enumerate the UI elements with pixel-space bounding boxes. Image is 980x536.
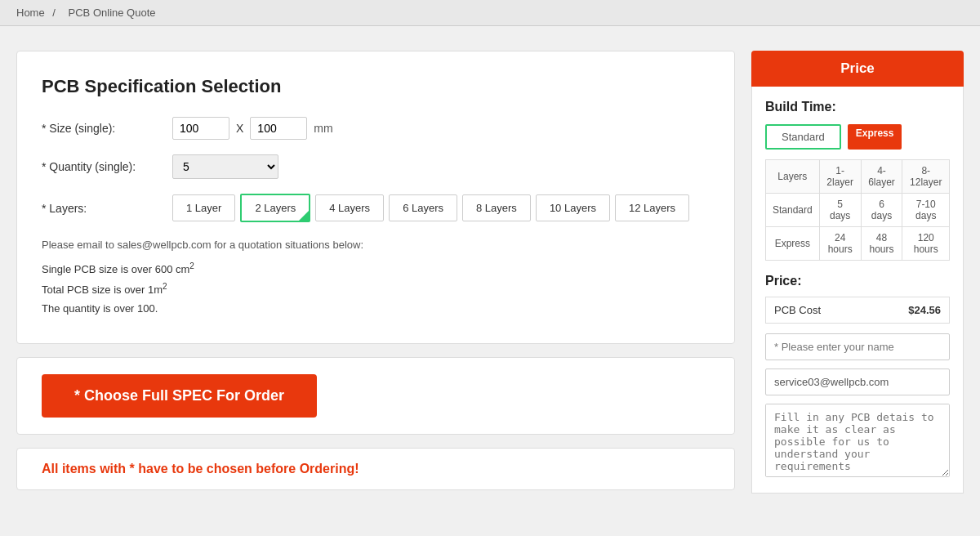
price-header: Price [751,51,964,87]
pcb-cost-row: PCB Cost $24.56 [765,297,950,324]
table-header: 1-2layer [819,160,861,194]
breadcrumb-home[interactable]: Home [16,7,45,19]
pcb-cost-label: PCB Cost [774,304,821,316]
qty-select[interactable]: 5 10 15 20 50 100 [172,154,278,179]
page-content: PCB Specification Selection * Size (sing… [0,26,980,518]
size-x-input[interactable] [172,117,229,140]
table-header: 4-6layer [861,160,902,194]
qty-label: * Quantity (single): [42,160,172,173]
table-header: Layers [766,160,820,194]
layer-btn-2-layers[interactable]: 2 Layers [240,194,310,222]
build-time-tabs: Standard Express [765,124,950,150]
layers-row: * Layers: 1 Layer2 Layers4 Layers6 Layer… [42,194,710,222]
email-input[interactable] [765,368,950,395]
layer-btn-8-layers[interactable]: 8 Layers [462,194,531,221]
pcb-cost-value: $24.56 [908,304,941,316]
spec-box: PCB Specification Selection * Size (sing… [16,51,735,344]
layer-btn-10-layers[interactable]: 10 Layers [536,194,610,221]
table-row: Standard5 days6 days7-10 days [766,194,950,227]
size-inputs: X mm [172,117,333,140]
layer-btn-4-layers[interactable]: 4 Layers [315,194,384,221]
conditions: Single PCB size is over 600 cm2Total PCB… [42,259,710,319]
breadcrumb-separator: / [52,7,56,19]
layers-label: * Layers: [42,202,172,215]
standard-tab[interactable]: Standard [765,124,841,150]
choose-spec-button[interactable]: * Choose Full SPEC For Order [42,374,317,418]
size-label: * Size (single): [42,122,172,135]
layer-btn-12-layers[interactable]: 12 Layers [615,194,689,221]
layer-btn-1-layer[interactable]: 1 Layer [172,194,235,221]
build-time-title: Build Time: [765,100,950,114]
right-panel: Price Build Time: Standard Express Layer… [751,51,964,494]
size-y-input[interactable] [250,117,307,140]
size-row: * Size (single): X mm [42,117,710,140]
breadcrumb: Home / PCB Online Quote [0,0,980,26]
condition-item: Single PCB size is over 600 cm2 [42,259,710,279]
bottom-note-text: All items with * have to be chosen befor… [42,462,710,476]
size-x-separator: X [236,122,243,135]
express-badge[interactable]: Express [848,124,902,150]
condition-item: Total PCB size is over 1m2 [42,279,710,300]
notes-textarea[interactable] [765,404,950,477]
email-notice: Please email to sales@wellpcb.com for a … [42,239,710,251]
table-row: Express24 hours48 hours120 hours [766,227,950,261]
bottom-note-box: All items with * have to be chosen befor… [16,448,735,490]
spec-title: PCB Specification Selection [42,76,710,97]
breadcrumb-current: PCB Online Quote [69,7,156,19]
size-unit: mm [314,122,332,135]
layer-btn-6-layers[interactable]: 6 Layers [389,194,457,221]
price-title: Price: [765,274,950,288]
name-input[interactable] [765,333,950,360]
price-box: Build Time: Standard Express Layers1-2la… [751,87,964,494]
layers-buttons: 1 Layer2 Layers4 Layers6 Layers8 Layers1… [172,194,689,222]
qty-row: * Quantity (single): 5 10 15 20 50 100 [42,154,710,179]
main-panel: PCB Specification Selection * Size (sing… [16,51,735,494]
build-time-table: Layers1-2layer4-6layer8-12layer Standard… [765,159,950,261]
table-header: 8-12layer [902,160,950,194]
condition-item: The quantity is over 100. [42,299,710,318]
choose-btn-box: * Choose Full SPEC For Order [16,357,735,435]
